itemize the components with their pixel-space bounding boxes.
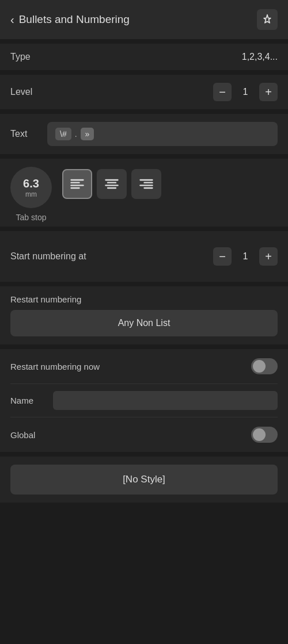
start-numbering-section: Start numbering at − 1 +: [0, 231, 288, 282]
align-right-button[interactable]: [131, 169, 161, 199]
bottom-button-section: [No Style]: [0, 457, 288, 503]
header: ‹ Bullets and Numbering: [0, 0, 288, 39]
type-value: 1,2,3,4...: [242, 52, 278, 62]
global-row: Global: [10, 417, 278, 452]
start-numbering-label: Start numbering at: [10, 251, 86, 262]
align-center-icon: [104, 176, 120, 192]
tab-stop-circle: 6.3 mm: [10, 167, 52, 208]
restart-now-toggle[interactable]: [251, 358, 278, 374]
back-icon[interactable]: ‹: [10, 13, 14, 26]
toggle-section: Restart numbering now Name Global: [0, 349, 288, 452]
type-label: Type: [10, 52, 31, 62]
no-style-button[interactable]: [No Style]: [10, 465, 278, 494]
circle-value: 6.3: [23, 177, 39, 190]
circle-unit: mm: [25, 190, 37, 198]
global-label: Global: [10, 430, 35, 440]
alignment-section: 6.3 mm Tab stop: [0, 159, 288, 227]
alignment-buttons-area: [62, 167, 278, 199]
restart-numbering-label: Restart numbering: [10, 294, 278, 304]
align-center-button[interactable]: [97, 169, 127, 199]
restart-now-row: Restart numbering now: [10, 349, 278, 384]
text-section: Text \# . »: [0, 114, 288, 154]
start-numbering-row: Start numbering at − 1 +: [10, 239, 278, 274]
header-left: ‹ Bullets and Numbering: [10, 13, 130, 26]
level-value: 1: [240, 87, 251, 97]
align-left-icon: [69, 176, 85, 192]
any-non-list-button[interactable]: Any Non List: [10, 310, 278, 336]
name-row: Name: [10, 384, 278, 417]
align-right-icon: [138, 176, 154, 192]
pin-icon: [262, 14, 273, 25]
name-label: Name: [10, 396, 45, 405]
level-label: Level: [10, 87, 32, 97]
text-tokens-container[interactable]: \# . »: [47, 122, 278, 146]
type-section: Type 1,2,3,4...: [0, 44, 288, 70]
pin-button[interactable]: [257, 9, 278, 30]
text-row: Text \# . »: [10, 122, 278, 146]
tab-stop-label: Tab stop: [16, 213, 47, 222]
level-increment-button[interactable]: +: [259, 83, 278, 101]
start-numbering-value: 1: [240, 251, 251, 262]
level-section: Level − 1 +: [0, 75, 288, 109]
level-row: Level − 1 +: [10, 75, 278, 109]
level-decrement-button[interactable]: −: [213, 83, 232, 101]
text-token-hash: \#: [55, 128, 71, 140]
global-toggle[interactable]: [251, 427, 278, 443]
level-stepper: − 1 +: [213, 83, 278, 101]
alignment-buttons: [62, 167, 278, 199]
start-numbering-stepper: − 1 +: [213, 247, 278, 266]
name-input[interactable]: [53, 391, 278, 410]
page-title: Bullets and Numbering: [19, 13, 130, 26]
circle-area[interactable]: 6.3 mm Tab stop: [10, 167, 52, 222]
align-left-button[interactable]: [62, 169, 92, 199]
text-label: Text: [10, 129, 39, 139]
start-decrement-button[interactable]: −: [213, 247, 232, 266]
restart-numbering-section: Restart numbering Any Non List: [0, 286, 288, 344]
type-row[interactable]: Type 1,2,3,4...: [10, 52, 278, 62]
text-dot: .: [75, 129, 77, 139]
restart-now-label: Restart numbering now: [10, 362, 100, 371]
text-token-arrow: »: [81, 128, 94, 140]
start-increment-button[interactable]: +: [259, 247, 278, 266]
